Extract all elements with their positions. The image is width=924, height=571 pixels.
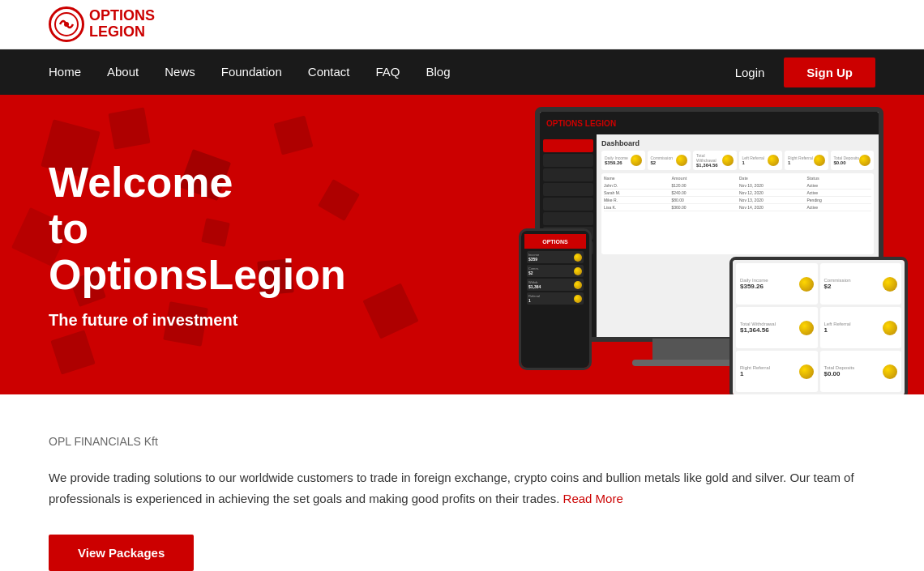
- stat-coin-4: [768, 155, 779, 166]
- stat-coin-1: [631, 155, 642, 166]
- dash-stat-1: Daily Income $359.26: [601, 151, 645, 170]
- nav-actions: Login Sign Up: [735, 58, 875, 87]
- logo-bar: OPTIONS LEGION: [0, 0, 924, 49]
- hero-section: Welcome to OptionsLegion The future of i…: [0, 95, 924, 394]
- phone-stat-row-4: Referral 1: [527, 292, 584, 305]
- view-packages-button[interactable]: View Packages: [49, 535, 194, 571]
- t-stat-3: Total Withdrawal $1,364.56: [736, 307, 818, 348]
- phone-stat-2: Comm. $2: [527, 265, 584, 277]
- content-section: OPL FINANCIALS Kft We provide trading so…: [0, 394, 924, 571]
- t-stat-2: Commission $2: [820, 263, 902, 305]
- phone-stat-3: Withdr. $1,364: [527, 279, 584, 291]
- nav-item-home[interactable]: Home: [49, 65, 81, 79]
- hero-subtitle: The future of investment: [49, 311, 357, 330]
- tablet-screen: Daily Income $359.26 Commission $2: [733, 260, 905, 394]
- sidebar-item-5: [543, 198, 593, 211]
- nav-link-blog[interactable]: Blog: [426, 65, 451, 79]
- phone-stat-coin-2: [574, 267, 582, 275]
- tablet-stats: Daily Income $359.26 Commission $2: [733, 260, 905, 394]
- logo-text: OPTIONS LEGION: [89, 8, 155, 40]
- navbar: Home About News Foundation Contact FAQ B…: [0, 49, 924, 95]
- nav-item-foundation[interactable]: Foundation: [221, 65, 282, 79]
- nav-item-contact[interactable]: Contact: [308, 65, 350, 79]
- description: We provide trading solutions to our worl…: [49, 467, 875, 509]
- stat-coin-5: [814, 155, 825, 166]
- phone-stat-4: Referral 1: [527, 292, 584, 305]
- table-row: John D. $120.00 Nov 10, 2020 Active: [604, 182, 871, 190]
- nav-links: Home About News Foundation Contact FAQ B…: [49, 65, 451, 79]
- nav-item-faq[interactable]: FAQ: [376, 65, 400, 79]
- nav-item-about[interactable]: About: [107, 65, 139, 79]
- nav-link-home[interactable]: Home: [49, 65, 81, 79]
- phone-stat-row-1: Income $359: [527, 251, 584, 263]
- hero-title-line2: to OptionsLegion: [49, 206, 357, 298]
- dash-stat-4: Left Referral 1: [739, 151, 783, 170]
- t-stat-coin-6: [883, 364, 897, 379]
- dash-title: Dashboard: [601, 139, 874, 147]
- sidebar-item-2: [543, 154, 593, 167]
- phone-dash-header: OPTIONS: [524, 234, 586, 249]
- dash-stat-3: Total Withdrawal $1,364.56: [693, 151, 737, 170]
- dash-stat-6: Total Deposits $0.00: [831, 151, 875, 170]
- t-stat-1: Daily Income $359.26: [736, 263, 818, 305]
- phone-stat-coin-4: [574, 295, 582, 303]
- nav-item-blog[interactable]: Blog: [426, 65, 451, 79]
- sidebar-item-1: [543, 139, 593, 152]
- nav-link-about[interactable]: About: [107, 65, 139, 79]
- stat-coin-2: [676, 155, 687, 166]
- hero-content: Welcome to OptionsLegion The future of i…: [0, 119, 405, 371]
- dash-table: Name Amount Date Status John D. $120.00 …: [601, 173, 874, 254]
- nav-item-news[interactable]: News: [165, 65, 195, 79]
- table-row: Lisa K. $360.00 Nov 14, 2020 Active: [604, 204, 871, 211]
- hero-image-area: OPTIONS LEGION: [405, 99, 924, 390]
- dash-logo: OPTIONS LEGION: [546, 119, 616, 128]
- t-stat-5: Right Referral 1: [736, 351, 818, 392]
- dash-stat-2: Commission $2: [648, 151, 691, 170]
- t-stat-coin-4: [883, 321, 897, 335]
- table-row: Sarah M. $240.00 Nov 12, 2020 Active: [604, 190, 871, 197]
- nav-link-foundation[interactable]: Foundation: [221, 65, 282, 79]
- content-text: OPL FINANCIALS Kft We provide trading so…: [49, 435, 875, 571]
- phone-screen: OPTIONS Income $359: [521, 231, 589, 368]
- dash-stats-row-1: Daily Income $359.26 Commission $2: [601, 151, 874, 170]
- phone-stat-row-3: Withdr. $1,364: [527, 279, 584, 291]
- nav-link-contact[interactable]: Contact: [308, 65, 350, 79]
- sidebar-item-4: [543, 183, 593, 196]
- logo-icon: [49, 6, 84, 42]
- phone-mockup: OPTIONS Income $359: [519, 228, 592, 370]
- nav-link-faq[interactable]: FAQ: [376, 65, 400, 79]
- stat-coin-3: [722, 155, 734, 166]
- phone-stat-row-2: Comm. $2: [527, 265, 584, 277]
- t-stat-coin-1: [799, 277, 814, 292]
- t-stat-coin-5: [799, 364, 814, 379]
- sidebar-item-3: [543, 168, 593, 181]
- login-button[interactable]: Login: [735, 66, 765, 79]
- dash-stat-5: Right Referral 1: [785, 151, 828, 170]
- signup-button[interactable]: Sign Up: [784, 58, 875, 87]
- table-row: Mike R. $80.00 Nov 13, 2020 Pending: [604, 197, 871, 204]
- t-stat-coin-2: [883, 277, 897, 292]
- phone-dash-body: Income $359 Comm. $2: [524, 249, 586, 309]
- phone-stat-1: Income $359: [527, 251, 584, 263]
- svg-point-1: [64, 22, 69, 27]
- phone-logo: OPTIONS: [542, 239, 568, 245]
- nav-link-news[interactable]: News: [165, 65, 195, 79]
- stat-coin-6: [859, 155, 871, 166]
- logo[interactable]: OPTIONS LEGION: [49, 6, 155, 42]
- read-more-link[interactable]: Read More: [563, 492, 623, 505]
- hero-title-line1: Welcome: [49, 160, 357, 206]
- t-stat-6: Total Deposits $0.00: [820, 351, 902, 392]
- phone-stat-coin-1: [574, 254, 582, 262]
- tablet-mockup: Daily Income $359.26 Commission $2: [729, 257, 908, 394]
- table-header: Name Amount Date Status: [604, 176, 871, 181]
- t-stat-4: Left Referral 1: [820, 307, 902, 348]
- sidebar-item-6: [543, 212, 593, 225]
- phone-stat-coin-3: [574, 281, 582, 289]
- company-name: OPL FINANCIALS Kft: [49, 435, 875, 448]
- dashboard-mockup: OPTIONS LEGION: [519, 99, 900, 390]
- t-stat-coin-3: [799, 321, 814, 335]
